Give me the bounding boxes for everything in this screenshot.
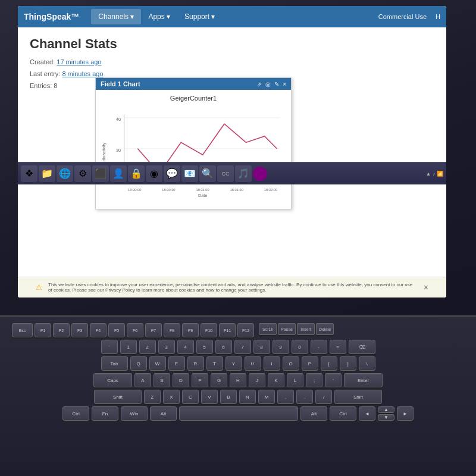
key-l[interactable]: L bbox=[287, 373, 303, 387]
key-delete[interactable]: Delete bbox=[316, 323, 334, 335]
key-lshift[interactable]: Shift bbox=[94, 390, 142, 404]
key-space[interactable] bbox=[179, 406, 298, 421]
key-c[interactable]: C bbox=[182, 390, 199, 404]
key-a[interactable]: A bbox=[134, 373, 151, 387]
taskbar-chat[interactable]: 💬 bbox=[164, 165, 180, 182]
taskbar-browser[interactable]: 🌐 bbox=[57, 165, 73, 182]
key-backslash[interactable]: \ bbox=[359, 356, 375, 371]
key-ralt[interactable]: Alt bbox=[300, 406, 327, 421]
nav-commercial[interactable]: Commercial Use bbox=[378, 13, 427, 20]
key-minus[interactable]: - bbox=[311, 340, 327, 354]
key-d[interactable]: D bbox=[173, 373, 189, 387]
key-comma[interactable]: , bbox=[277, 390, 294, 404]
key-b[interactable]: B bbox=[220, 390, 237, 404]
key-f6[interactable]: F6 bbox=[127, 323, 143, 337]
created-value[interactable]: 17 minutes ago bbox=[57, 58, 101, 65]
key-y[interactable]: Y bbox=[226, 356, 242, 371]
key-rctrl[interactable]: Ctrl bbox=[330, 406, 356, 421]
key-w[interactable]: W bbox=[149, 356, 166, 371]
key-8[interactable]: 8 bbox=[253, 340, 270, 354]
chart-expand-icon[interactable]: ⇗ bbox=[257, 81, 262, 87]
key-v[interactable]: V bbox=[201, 390, 218, 404]
key-p[interactable]: P bbox=[302, 356, 318, 371]
chart-comment-icon[interactable]: ◎ bbox=[265, 81, 271, 87]
taskbar-arduino[interactable]: CC bbox=[217, 165, 234, 182]
key-lbracket[interactable]: [ bbox=[321, 356, 337, 371]
key-r[interactable]: R bbox=[187, 356, 204, 371]
key-h[interactable]: H bbox=[230, 373, 246, 387]
key-f11[interactable]: F11 bbox=[219, 323, 236, 337]
key-semicolon[interactable]: ; bbox=[306, 373, 322, 387]
key-o[interactable]: O bbox=[283, 356, 299, 371]
key-3[interactable]: 3 bbox=[158, 340, 175, 354]
key-f3[interactable]: F3 bbox=[71, 323, 88, 337]
nav-apps[interactable]: Apps ▾ bbox=[141, 9, 177, 24]
key-f7[interactable]: F7 bbox=[145, 323, 162, 337]
cookie-close-button[interactable]: × bbox=[424, 283, 428, 292]
key-s[interactable]: S bbox=[154, 373, 170, 387]
key-rbracket[interactable]: ] bbox=[340, 356, 356, 371]
key-6[interactable]: 6 bbox=[215, 340, 232, 354]
key-left[interactable]: ◄ bbox=[359, 406, 375, 421]
key-down[interactable]: ▼ bbox=[378, 414, 394, 421]
key-lalt[interactable]: Alt bbox=[150, 406, 177, 421]
key-scrlock[interactable]: ScrLk bbox=[259, 323, 277, 335]
key-e[interactable]: E bbox=[168, 356, 185, 371]
key-backspace[interactable]: ⌫ bbox=[349, 340, 375, 354]
key-f10[interactable]: F10 bbox=[201, 323, 217, 337]
key-caps[interactable]: Caps bbox=[93, 373, 132, 387]
key-f9[interactable]: F9 bbox=[182, 323, 199, 337]
key-esc[interactable]: Esc bbox=[12, 323, 33, 337]
key-j[interactable]: J bbox=[249, 373, 265, 387]
key-enter[interactable]: Enter bbox=[344, 373, 383, 387]
key-u[interactable]: U bbox=[245, 356, 261, 371]
key-x[interactable]: X bbox=[163, 390, 180, 404]
key-quote[interactable]: ' bbox=[325, 373, 342, 387]
chart-close-icon[interactable]: × bbox=[283, 81, 286, 87]
key-slash[interactable]: / bbox=[315, 390, 332, 404]
nav-signin[interactable]: H bbox=[436, 13, 440, 20]
key-1[interactable]: 1 bbox=[120, 340, 137, 354]
key-win[interactable]: Win bbox=[121, 406, 148, 421]
key-z[interactable]: Z bbox=[144, 390, 161, 404]
key-k[interactable]: K bbox=[268, 373, 284, 387]
taskbar-search[interactable]: 🔍 bbox=[199, 165, 216, 182]
key-insert[interactable]: Insert bbox=[297, 323, 315, 335]
key-n[interactable]: N bbox=[239, 390, 256, 404]
key-pause[interactable]: Pause bbox=[278, 323, 296, 335]
key-q[interactable]: Q bbox=[130, 356, 147, 371]
chart-edit-icon[interactable]: ✎ bbox=[274, 81, 279, 87]
key-g[interactable]: G bbox=[211, 373, 227, 387]
key-t[interactable]: T bbox=[206, 356, 223, 371]
key-right[interactable]: ► bbox=[397, 406, 414, 421]
key-m[interactable]: M bbox=[258, 390, 275, 404]
key-f12[interactable]: F12 bbox=[237, 323, 254, 337]
key-i[interactable]: I bbox=[264, 356, 280, 371]
key-equal[interactable]: = bbox=[330, 340, 346, 354]
taskbar-files[interactable]: 📁 bbox=[39, 165, 55, 182]
key-4[interactable]: 4 bbox=[177, 340, 194, 354]
key-5[interactable]: 5 bbox=[196, 340, 213, 354]
taskbar-settings[interactable]: ⚙ bbox=[74, 165, 91, 182]
taskbar-start[interactable]: ❖ bbox=[21, 165, 37, 182]
nav-channels[interactable]: Channels ▾ bbox=[91, 9, 141, 24]
key-backtick[interactable]: ` bbox=[101, 340, 118, 354]
key-tab[interactable]: Tab bbox=[101, 356, 128, 371]
taskbar-globe[interactable]: ◉ bbox=[146, 165, 162, 182]
taskbar-music[interactable]: 🎵 bbox=[235, 165, 252, 182]
taskbar-photo[interactable] bbox=[253, 167, 267, 181]
key-ctrl[interactable]: Ctrl bbox=[62, 406, 89, 421]
key-up[interactable]: ▲ bbox=[378, 406, 394, 413]
last-entry-value[interactable]: 8 minutes ago bbox=[62, 70, 103, 77]
taskbar-user[interactable]: 👤 bbox=[110, 165, 127, 182]
nav-support[interactable]: Support ▾ bbox=[177, 9, 222, 24]
key-f5[interactable]: F5 bbox=[108, 323, 125, 337]
key-7[interactable]: 7 bbox=[234, 340, 251, 354]
key-fn[interactable]: Fn bbox=[92, 406, 118, 421]
key-rshift[interactable]: Shift bbox=[334, 390, 382, 404]
key-f1[interactable]: F1 bbox=[35, 323, 51, 337]
taskbar-email[interactable]: 📧 bbox=[181, 165, 198, 182]
taskbar-terminal[interactable]: ⬛ bbox=[92, 165, 109, 182]
key-f8[interactable]: F8 bbox=[164, 323, 180, 337]
key-9[interactable]: 9 bbox=[273, 340, 289, 354]
